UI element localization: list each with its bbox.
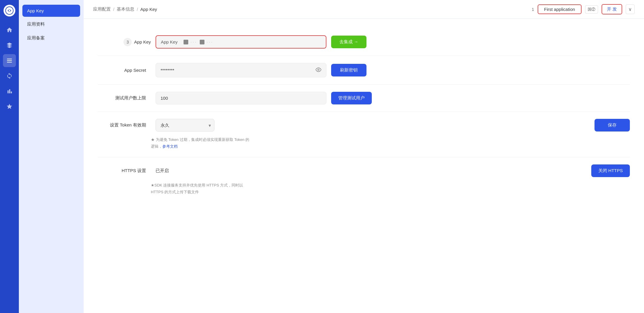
testusers-value: 100 (161, 96, 168, 101)
appkey-row: 3 App Key App Key ··· ··· 去集成 → (98, 28, 630, 56)
breadcrumb-appkey: App Key (140, 7, 157, 12)
sidebar-item-appkey[interactable]: App Key (22, 5, 80, 17)
breadcrumb-basic-info: 基本信息 (117, 6, 134, 12)
token-hint: ★ 为避免 Token 过期，集成时必须实现重新获取 Token 的 逻辑，参考… (151, 136, 630, 150)
https-hint: ★SDK 连接服务支持并优先使用 HTTPS 方式，同时以 HTTPS 的方式上… (151, 182, 630, 196)
breadcrumb: 应用配置 / 基本信息 / App Key (93, 6, 157, 12)
key-dots-2: ··· (207, 40, 214, 44)
logo (4, 5, 15, 16)
appsecret-label: App Secret (124, 68, 146, 73)
svg-point-1 (9, 10, 10, 11)
testusers-input-wrap: 100 (156, 92, 326, 104)
settings-nav-icon[interactable] (3, 54, 16, 67)
appsecret-row: App Secret ******** 刷新密钥 (98, 56, 630, 85)
key-block-2 (200, 40, 204, 44)
flag-badge: 国② (585, 5, 598, 14)
token-label: 设置 Token 有效期 (110, 122, 146, 127)
testusers-row: 测试用户数上限 100 管理测试用户 (98, 85, 630, 112)
step-number-label: 1 (532, 7, 534, 12)
manage-testusers-button[interactable]: 管理测试用户 (331, 92, 372, 104)
eye-icon[interactable] (316, 67, 321, 74)
appkey-inner-label: App Key (161, 39, 178, 44)
appkey-input-wrap: App Key ··· ··· (156, 35, 326, 49)
testusers-label: 测试用户数上限 (115, 95, 146, 100)
testusers-field: 100 (156, 92, 326, 104)
home-nav-icon[interactable] (3, 24, 16, 36)
sidebar-item-apprecord[interactable]: 应用备案 (22, 32, 80, 44)
layers-nav-icon[interactable] (3, 39, 16, 52)
token-select[interactable]: 永久7天30天90天180天 (156, 119, 214, 131)
app-name-button[interactable]: First application (538, 4, 582, 14)
token-section: 设置 Token 有效期 永久7天30天90天180天 ▾ 保存 ★ 为避免 T… (98, 112, 630, 157)
refresh-key-button[interactable]: 刷新密钥 (331, 64, 366, 76)
token-hint-link[interactable]: 参考文档 (162, 144, 178, 149)
https-section: HTTPS 设置 已开启 关闭 HTTPS ★SDK 连接服务支持并优先使用 H… (98, 157, 630, 203)
https-hint-line1: ★SDK 连接服务支持并优先使用 HTTPS 方式，同时以 (151, 183, 243, 187)
integrate-button[interactable]: 去集成 → (331, 36, 366, 48)
breadcrumb-sep1: / (113, 7, 114, 12)
header-right: 1 First application 国② 开 发 ∨ (532, 4, 635, 14)
token-select-wrap: 永久7天30天90天180天 ▾ (156, 119, 214, 131)
close-https-button[interactable]: 关闭 HTTPS (591, 164, 630, 177)
sync-nav-icon[interactable] (3, 69, 16, 82)
step-3-badge: 3 (123, 38, 132, 46)
token-hint-line1: ★ 为避免 Token 过期，集成时必须实现重新获取 Token 的 (151, 137, 249, 142)
appkey-label: App Key (134, 39, 151, 44)
key-block-1 (184, 40, 188, 44)
appsecret-value: ******** (161, 68, 174, 73)
content-area: 3 App Key App Key ··· ··· 去集成 → App Secr… (84, 19, 644, 313)
https-label: HTTPS 设置 (122, 168, 146, 173)
nav-bar (0, 0, 19, 313)
appsecret-field: ******** (156, 63, 326, 77)
sidebar-item-appinfo[interactable]: 应用资料 (22, 18, 80, 31)
key-dots-1: ··· (191, 40, 197, 44)
save-button[interactable]: 保存 (595, 119, 630, 131)
sidebar: App Key 应用资料 应用备案 (19, 0, 84, 313)
dropdown-arrow-icon[interactable]: ∨ (626, 4, 635, 14)
breadcrumb-app-config: 应用配置 (93, 6, 111, 12)
chart-nav-icon[interactable] (3, 85, 16, 98)
env-button[interactable]: 开 发 (602, 4, 622, 14)
appkey-display: App Key ··· ··· (156, 35, 326, 49)
token-hint-line2: 逻辑， (151, 144, 162, 149)
svg-point-2 (318, 69, 319, 71)
breadcrumb-sep2: / (137, 7, 138, 12)
https-status: 已开启 (156, 168, 587, 174)
header: 应用配置 / 基本信息 / App Key 1 First applicatio… (84, 0, 644, 19)
token-row: 设置 Token 有效期 永久7天30天90天180天 ▾ 保存 (98, 119, 630, 131)
star-nav-icon[interactable] (3, 100, 16, 113)
appsecret-input-wrap: ******** (156, 63, 326, 77)
main-panel: 应用配置 / 基本信息 / App Key 1 First applicatio… (84, 0, 644, 313)
https-hint-line2: HTTPS 的方式上传下载文件 (151, 190, 199, 194)
https-row: HTTPS 设置 已开启 关闭 HTTPS (98, 164, 630, 177)
